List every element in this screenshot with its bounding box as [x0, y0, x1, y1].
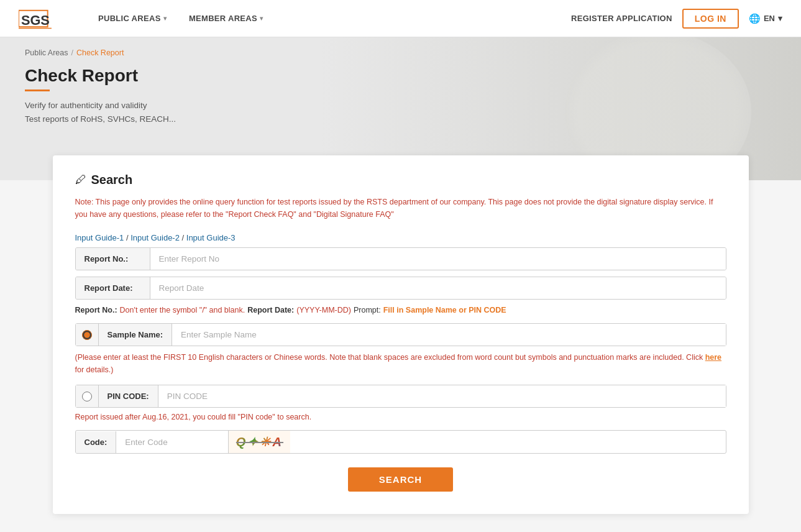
pin-code-radio-cell	[76, 385, 99, 407]
nav-public-areas[interactable]: PUBLIC AREAS ▾	[87, 0, 178, 37]
search-section-title: Search	[91, 173, 133, 187]
main-content: 🖊 Search Note: This page only provides t…	[40, 155, 761, 514]
hint-prompt-label: Prompt:	[354, 306, 381, 314]
search-button[interactable]: SEARCH	[348, 467, 453, 492]
code-label: Code:	[76, 431, 117, 453]
captcha-display: Q✦✳A	[236, 434, 283, 449]
sample-name-input[interactable]	[172, 324, 725, 346]
report-date-label: Report Date:	[76, 277, 150, 299]
captcha-row: Code: Q✦✳A	[75, 430, 726, 454]
sample-name-radio[interactable]	[82, 330, 92, 340]
search-note: Note: This page only provides the online…	[75, 196, 726, 221]
pin-code-input[interactable]	[158, 385, 726, 407]
login-button[interactable]: LOG IN	[682, 9, 739, 29]
input-guide-row: Input Guide-1 / Input Guide-2 / Input Gu…	[75, 233, 726, 242]
search-card: 🖊 Search Note: This page only provides t…	[53, 155, 749, 514]
breadcrumb-current[interactable]: Check Report	[76, 48, 124, 57]
svg-text:SGS: SGS	[21, 12, 50, 28]
hint-report-date-label: Report Date:	[247, 306, 294, 314]
public-areas-chevron-icon: ▾	[163, 15, 167, 22]
pin-code-hint: Report issued after Aug.16, 2021, you co…	[75, 413, 726, 421]
hint-report-no-label: Report No.:	[75, 306, 117, 314]
report-date-input[interactable]	[150, 277, 726, 299]
pin-code-label: PIN CODE:	[99, 385, 158, 407]
pin-code-field: PIN CODE:	[75, 385, 726, 408]
report-no-label: Report No.:	[76, 248, 150, 270]
lang-chevron-icon: ▾	[778, 14, 782, 23]
sample-name-field: Sample Name:	[75, 323, 726, 346]
title-underline	[25, 89, 50, 91]
report-no-input[interactable]	[150, 248, 726, 270]
field-hints: Report No.: Don't enter the symbol "/" a…	[75, 306, 726, 314]
page-title: Check Report	[25, 66, 176, 86]
captcha-image: Q✦✳A	[228, 431, 290, 453]
pencil-icon: 🖊	[75, 173, 86, 186]
nav-member-areas[interactable]: MEMBER AREAS ▾	[178, 0, 274, 37]
nav-links: PUBLIC AREAS ▾ MEMBER AREAS ▾	[87, 0, 552, 37]
register-link[interactable]: REGISTER APPLICATION	[571, 14, 672, 23]
sample-name-note: (Please enter at least the FIRST 10 Engl…	[75, 351, 726, 376]
navbar: SGS PUBLIC AREAS ▾ MEMBER AREAS ▾ REGIST…	[0, 0, 801, 37]
input-guide-2-link[interactable]: Input Guide-2	[130, 233, 180, 242]
pin-code-radio[interactable]	[82, 392, 92, 401]
breadcrumb: Public Areas / Check Report	[25, 48, 176, 57]
nav-right: REGISTER APPLICATION LOG IN 🌐 EN ▾	[571, 9, 782, 29]
member-areas-chevron-icon: ▾	[260, 15, 263, 22]
globe-icon: 🌐	[749, 13, 761, 24]
sample-name-radio-cell	[76, 324, 99, 346]
search-title-row: 🖊 Search	[75, 173, 726, 187]
hero-subtitle: Verify for authenticity and validity Tes…	[25, 99, 176, 126]
report-date-field: Report Date:	[75, 277, 726, 300]
breadcrumb-separator: /	[71, 48, 73, 57]
search-button-row: SEARCH	[75, 467, 726, 492]
sample-note-link[interactable]: here	[705, 353, 721, 362]
captcha-input[interactable]	[116, 431, 228, 453]
hint-report-date-red: (YYYY-MM-DD)	[296, 306, 351, 314]
sample-name-label: Sample Name:	[99, 324, 173, 346]
hero-content: Public Areas / Check Report Check Report…	[25, 48, 176, 126]
input-guide-1-link[interactable]: Input Guide-1	[75, 233, 124, 242]
report-no-field: Report No.:	[75, 247, 726, 270]
hint-prompt-value: Fill in Sample Name or PIN CODE	[383, 306, 506, 314]
input-guide-3-link[interactable]: Input Guide-3	[186, 233, 236, 242]
breadcrumb-parent[interactable]: Public Areas	[25, 48, 68, 57]
hint-report-no-red: Don't enter the symbol "/" and blank.	[120, 306, 245, 314]
logo[interactable]: SGS	[19, 5, 62, 32]
language-selector[interactable]: 🌐 EN ▾	[749, 13, 782, 24]
